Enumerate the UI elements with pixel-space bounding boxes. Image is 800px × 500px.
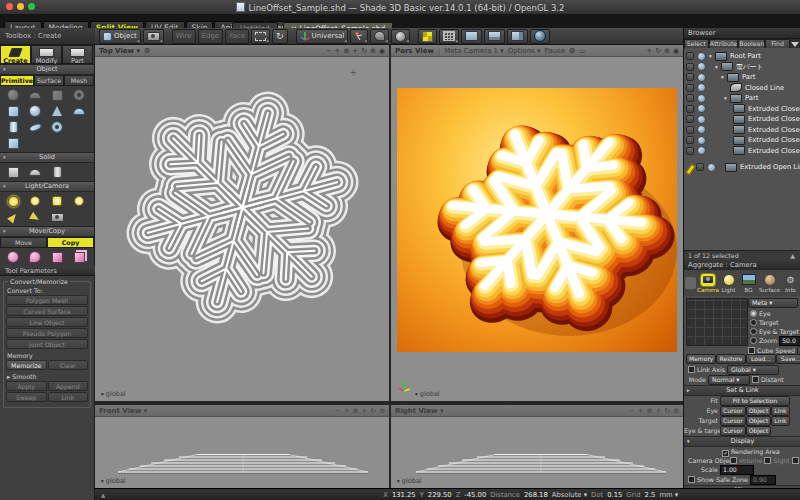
toolbox-tab-part[interactable]: Part bbox=[62, 45, 93, 64]
tool-plane-icon[interactable] bbox=[46, 87, 68, 103]
rotate-tool-button[interactable]: ↻ bbox=[272, 29, 288, 44]
target-cursor-button[interactable]: Cursor bbox=[720, 416, 746, 426]
mode-dropdown[interactable]: Normal ▾ bbox=[708, 375, 750, 385]
universal-manipulator-button[interactable]: Universal▾ bbox=[296, 29, 349, 44]
copy-array-icon[interactable] bbox=[68, 249, 90, 265]
convert-polygon-mesh-button[interactable]: Polygon Mesh bbox=[6, 295, 88, 305]
viewport-pers-view[interactable]: Pers View | Meta Camera 1 ▾ Options ▾ Pa… bbox=[391, 45, 683, 401]
object-section-header[interactable]: ▾Object bbox=[0, 64, 94, 75]
view-title[interactable]: Front View ▾ bbox=[99, 407, 147, 415]
radio-zoom[interactable]: Zoom 50.0 bbox=[750, 336, 800, 345]
eye-target-cursor-button[interactable]: Cursor bbox=[720, 426, 746, 436]
link-axis-checkbox[interactable] bbox=[688, 366, 695, 373]
tree-row-extruded-open-line[interactable]: Extruded Open Line bbox=[684, 162, 800, 172]
path-tool-button[interactable]: ▾ bbox=[370, 29, 389, 44]
aggregate-tab-bg[interactable]: BG bbox=[739, 274, 758, 293]
coord-mode-dropdown[interactable]: Absolute ▾ bbox=[552, 491, 587, 499]
bulb-light-icon[interactable] bbox=[68, 193, 90, 209]
distant-checkbox[interactable] bbox=[752, 376, 759, 383]
zoom-area-icon[interactable]: ⊕ bbox=[673, 407, 679, 415]
viewport-layout-3-button[interactable] bbox=[507, 29, 528, 44]
tool-torus-icon[interactable] bbox=[46, 119, 68, 135]
zoom-in-icon[interactable]: + bbox=[638, 407, 644, 415]
smooth-apply-button[interactable]: Apply bbox=[6, 381, 47, 391]
object-mode-button[interactable]: Object▾ bbox=[99, 29, 141, 44]
viewport-layout-1-button[interactable] bbox=[461, 29, 482, 44]
tool-arc-icon[interactable] bbox=[24, 87, 46, 103]
orbit-icon[interactable]: ↻ bbox=[664, 407, 670, 415]
tab-copy[interactable]: Copy bbox=[47, 237, 94, 248]
meta-camera-dropdown[interactable]: Meta ▾ bbox=[748, 298, 798, 308]
zoom-out-icon[interactable]: − bbox=[629, 407, 635, 415]
pan-icon[interactable]: + bbox=[655, 407, 661, 415]
comment-icon[interactable]: ▭ bbox=[579, 47, 586, 55]
viewport-divider-horizontal[interactable] bbox=[95, 401, 683, 405]
display-section-header[interactable]: ▾Display bbox=[684, 436, 800, 447]
aggregate-tab-surface[interactable]: Surface bbox=[759, 274, 780, 293]
view-title[interactable]: Pers View bbox=[395, 47, 434, 55]
solid-revolve-icon[interactable] bbox=[46, 164, 68, 180]
point-light-icon[interactable] bbox=[24, 193, 46, 209]
scale-field[interactable]: 1.00 bbox=[720, 465, 754, 475]
area-light-icon[interactable] bbox=[46, 193, 68, 209]
volume-checkbox[interactable] bbox=[730, 457, 737, 464]
radio-eye[interactable]: Eye bbox=[750, 309, 800, 318]
smooth-sweep-button[interactable]: Sweep bbox=[6, 392, 47, 402]
eye-object-button[interactable]: Object bbox=[746, 406, 772, 416]
wire-mode-button[interactable]: Wire bbox=[172, 29, 196, 44]
viewport-divider-vertical[interactable] bbox=[389, 45, 391, 488]
cube-speed-checkbox[interactable] bbox=[748, 347, 755, 354]
radio-target[interactable]: Target bbox=[750, 318, 800, 327]
orbit-icon[interactable]: ↻ bbox=[370, 407, 376, 415]
magnifier-icon[interactable]: ⊕ bbox=[647, 407, 653, 415]
radio-eye-target[interactable]: Eye & Target bbox=[750, 327, 800, 336]
target-object-button[interactable]: Object bbox=[746, 416, 772, 426]
orbit-icon[interactable]: ↻ bbox=[655, 47, 661, 55]
zoom-value-field[interactable]: 50.0 bbox=[779, 336, 800, 346]
convert-joint-object-button[interactable]: Joint Object bbox=[6, 339, 88, 349]
solid-section-header[interactable]: ▾Solid bbox=[0, 152, 94, 163]
view-gear-icon[interactable]: ⚙ bbox=[144, 47, 150, 55]
aggregate-tab-camera[interactable]: Camera bbox=[697, 274, 718, 293]
tree-row-part[interactable]: ▾Part bbox=[684, 72, 755, 82]
memorize-button[interactable]: Memorize bbox=[6, 360, 47, 370]
unit-dropdown[interactable]: mm ▾ bbox=[659, 491, 678, 499]
pan-icon[interactable]: + bbox=[352, 47, 358, 55]
orbit-icon[interactable]: ↻ bbox=[361, 47, 367, 55]
magnifier-icon[interactable]: ⊕ bbox=[664, 47, 670, 55]
eye-target-object-button[interactable]: Object bbox=[746, 426, 772, 436]
tool-rounded-cube-icon[interactable] bbox=[2, 103, 24, 119]
render-preview-button[interactable] bbox=[530, 29, 550, 44]
magnifier-icon[interactable]: ⊕ bbox=[343, 47, 349, 55]
options-menu[interactable]: Options ▾ bbox=[508, 47, 541, 55]
tree-row-extruded-closed-4[interactable]: Extruded Closed bbox=[684, 135, 800, 145]
pan-icon[interactable]: + bbox=[646, 47, 652, 55]
move-copy-section-header[interactable]: ▾Move/Copy bbox=[0, 226, 94, 237]
sun-light-icon[interactable] bbox=[2, 193, 24, 209]
zoom-out-icon[interactable]: − bbox=[335, 407, 341, 415]
camera-mini-viewport[interactable] bbox=[686, 298, 748, 346]
browser-panel-header[interactable]: Browser bbox=[684, 28, 800, 39]
toolbox-tab-modify[interactable]: Modify bbox=[31, 45, 62, 64]
view-title[interactable]: Right View ▾ bbox=[395, 407, 443, 415]
view-options-icon[interactable]: ◉ bbox=[379, 47, 385, 55]
clear-button[interactable]: Clear bbox=[48, 360, 89, 370]
tab-mesh[interactable]: Mesh bbox=[64, 75, 94, 86]
restore-button[interactable]: Restore bbox=[716, 354, 746, 364]
tree-row-root-part[interactable]: ▾Root Part bbox=[684, 51, 761, 61]
four-view-layout-button[interactable] bbox=[418, 29, 437, 44]
sight-checkbox[interactable] bbox=[764, 457, 771, 464]
view-title[interactable]: Top View ▾ bbox=[99, 47, 140, 55]
tree-row-closed-line[interactable]: Closed Line bbox=[684, 83, 784, 93]
smooth-append-button[interactable]: Append bbox=[48, 381, 89, 391]
tree-row-extruded-closed-3[interactable]: Extruded Closed bbox=[684, 125, 800, 135]
eye-link-button[interactable]: Link bbox=[771, 406, 789, 416]
viewport-right-view[interactable]: Right View ▾ − + ⊕ + ↻ ⊕ ▾ global bbox=[391, 405, 683, 488]
tab-move[interactable]: Move bbox=[0, 237, 47, 248]
tree-row-extruded-closed-1[interactable]: Extruded Closed bbox=[684, 104, 800, 114]
orbit-tool-button[interactable]: ▾ bbox=[391, 29, 410, 44]
tab-surface[interactable]: Surface bbox=[34, 75, 64, 86]
tool-disc-icon[interactable] bbox=[24, 119, 46, 135]
transform-tool-button[interactable]: ▾ bbox=[350, 29, 368, 44]
tool-sphere-icon[interactable] bbox=[24, 103, 46, 119]
